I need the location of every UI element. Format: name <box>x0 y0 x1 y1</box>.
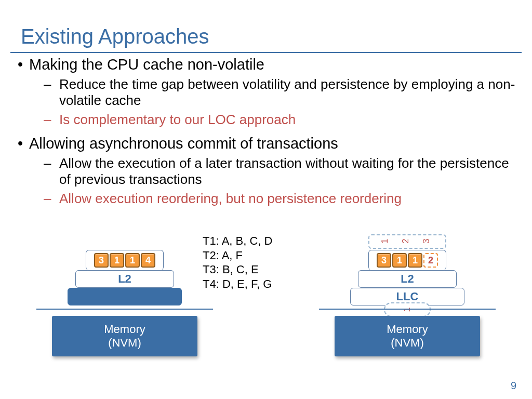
left-memory-block: Memory (NVM) <box>52 316 197 356</box>
right-chip-1: 3 <box>377 253 391 268</box>
bullet-2: •Allowing asynchronous commit of transac… <box>15 135 517 207</box>
left-cache-diagram: 3 1 1 4 L2 Memory (NVM) <box>36 232 213 367</box>
right-chip-2: 1 <box>392 253 407 268</box>
txn-t2: T2: A, F <box>203 248 272 263</box>
left-chip-3: 1 <box>125 253 140 268</box>
bullet-2-sub-1: Allow the execution of a later transacti… <box>59 155 517 188</box>
right-baseline <box>319 309 496 310</box>
bullet-1-sub-2: Is complementary to our LOC approach <box>59 112 296 128</box>
right-l2-tier: L2 <box>358 270 457 288</box>
left-baseline <box>36 309 213 310</box>
right-memory-label-1: Memory <box>387 323 428 336</box>
right-cache-diagram: 1 2 3 3 1 1 2 L2 LLC 1 Memory <box>319 232 496 367</box>
right-nvm-capsule: 1 <box>384 302 431 317</box>
left-memory-label-1: Memory <box>104 323 145 336</box>
left-l1-tier: 3 1 1 4 <box>86 250 164 270</box>
bullet-1: •Making the CPU cache non-volatile –Redu… <box>15 56 517 128</box>
right-top-label-1: 1 <box>380 239 390 244</box>
bullet-2-text: Allowing asynchronous commit of transact… <box>29 135 338 152</box>
txn-t4: T4: D, E, F, G <box>203 277 272 291</box>
right-chip-3: 1 <box>408 253 422 268</box>
right-nvm-label: 1 <box>403 308 412 312</box>
left-l2-label: L2 <box>118 272 131 285</box>
transaction-list: T1: A, B, C, D T2: A, F T3: B, C, E T4: … <box>203 234 272 291</box>
bullet-1-text: Making the CPU cache non-volatile <box>29 56 264 73</box>
right-llc-label: LLC <box>396 290 419 303</box>
content-area: •Making the CPU cache non-volatile –Redu… <box>15 56 517 214</box>
diagram-area: T1: A, B, C, D T2: A, F T3: B, C, E T4: … <box>0 229 532 374</box>
right-memory-label-2: (NVM) <box>391 336 424 350</box>
bullet-1-sub-1: Reduce the time gap between volatility a… <box>59 76 517 109</box>
txn-t3: T3: B, C, E <box>203 262 272 277</box>
page-number: 9 <box>511 380 516 392</box>
right-chip-4: 2 <box>423 253 438 268</box>
slide-title: Existing Approaches <box>21 25 209 48</box>
right-dotted-top: 1 2 3 <box>368 234 446 249</box>
bullet-2-sub-2: Allow execution reordering, but no persi… <box>59 191 402 207</box>
left-llc-tier <box>68 288 182 305</box>
left-chip-4: 4 <box>141 253 155 268</box>
txn-t1: T1: A, B, C, D <box>203 234 272 248</box>
left-l2-tier: L2 <box>75 270 174 288</box>
right-top-label-3: 3 <box>422 239 431 244</box>
right-memory-block: Memory (NVM) <box>335 316 480 356</box>
left-chip-1: 3 <box>94 253 109 268</box>
title-rule <box>10 52 522 53</box>
right-top-label-2: 2 <box>401 239 410 244</box>
right-l1-tier: 3 1 1 2 <box>368 250 446 270</box>
left-chip-2: 1 <box>110 253 124 268</box>
left-memory-label-2: (NVM) <box>108 336 141 350</box>
slide: Existing Approaches •Making the CPU cach… <box>0 0 532 399</box>
right-l2-label: L2 <box>401 272 414 285</box>
